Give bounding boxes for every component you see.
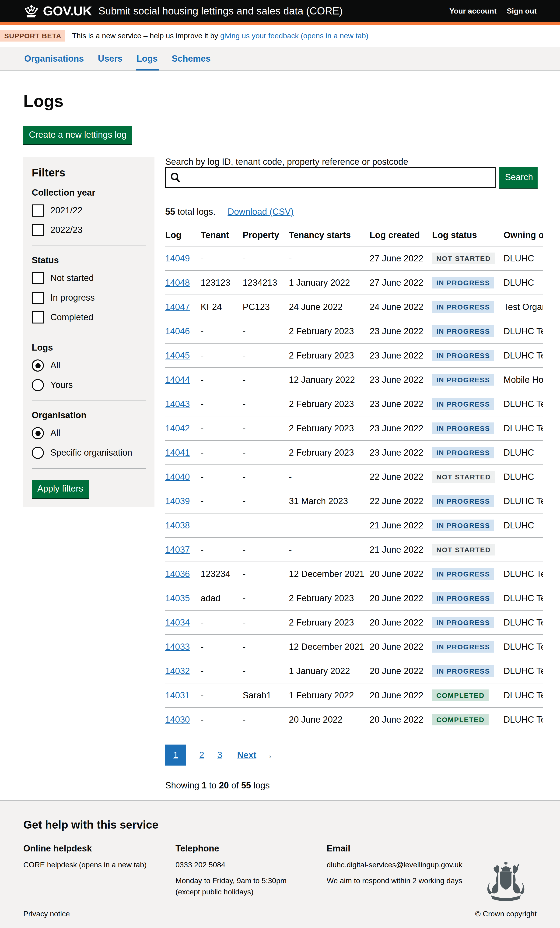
radio-button[interactable]	[32, 359, 44, 372]
log-id-link[interactable]: 14047	[165, 302, 190, 311]
checkbox-option-not-started: Not started	[32, 272, 146, 284]
log-id-link[interactable]: 14044	[165, 375, 190, 385]
cell-log: 14037	[165, 537, 201, 562]
radio-button[interactable]	[32, 447, 44, 459]
cell-log-status: IN PROGRESS	[432, 562, 504, 586]
feedback-link[interactable]: giving us your feedback (opens in a new …	[220, 32, 368, 40]
telephone-number: 0333 202 5084	[175, 859, 327, 871]
log-id-link[interactable]: 14033	[165, 642, 190, 652]
helpdesk-heading: Online helpdesk	[23, 844, 175, 854]
nav-item-schemes[interactable]: Schemes	[171, 47, 212, 70]
apply-filters-button[interactable]: Apply filters	[32, 480, 89, 498]
radio-button[interactable]	[32, 379, 44, 391]
log-id-link[interactable]: 14035	[165, 593, 190, 603]
radio-option-all: All	[32, 427, 146, 439]
radio-option-all: All	[32, 359, 146, 372]
your-account-link[interactable]: Your account	[449, 7, 496, 15]
table-row: 14034--2 February 202320 June 2022IN PRO…	[165, 611, 543, 635]
cell-property: -	[243, 659, 289, 683]
cell-log: 14041	[165, 440, 201, 465]
cell-log: 14045	[165, 343, 201, 368]
status-badge: IN PROGRESS	[432, 374, 494, 386]
footer-title: Get help with this service	[23, 818, 537, 831]
log-id-link[interactable]: 14031	[165, 690, 190, 700]
checkbox[interactable]	[32, 205, 44, 217]
email-link[interactable]: dluhc.digital-services@levellingup.gov.u…	[327, 861, 462, 869]
log-id-link[interactable]: 14039	[165, 496, 190, 506]
filter-group-label: Logs	[32, 343, 146, 353]
column-header-log: Log	[165, 226, 201, 246]
cell-owning-org: DLUHC Tes	[504, 635, 543, 659]
footer: Get help with this service Online helpde…	[0, 800, 560, 928]
cell-tenancy-starts: 1 January 2022	[289, 659, 369, 683]
cell-log-created: 20 June 2022	[369, 683, 432, 707]
log-id-link[interactable]: 14041	[165, 447, 190, 457]
nav-item-organisations[interactable]: Organisations	[23, 47, 85, 70]
nav-item-logs[interactable]: Logs	[136, 47, 159, 70]
cell-log-created: 20 June 2022	[369, 707, 432, 731]
results-column: Search by log ID, tenant code, property …	[165, 157, 543, 800]
cell-log-status: IN PROGRESS	[432, 368, 504, 392]
checkbox[interactable]	[32, 311, 44, 324]
pagination-current-page[interactable]: 1	[165, 745, 186, 766]
nav-item-users[interactable]: Users	[97, 47, 124, 70]
cell-owning-org: DLUHC Tes	[504, 343, 543, 368]
pagination-next-link[interactable]: Next	[237, 750, 256, 760]
cell-log-created: 23 June 2022	[369, 319, 432, 343]
log-id-link[interactable]: 14038	[165, 520, 190, 530]
cell-property: -	[243, 586, 289, 611]
download-csv-link[interactable]: Download (CSV)	[228, 207, 294, 217]
cell-log-created: 23 June 2022	[369, 343, 432, 368]
log-id-link[interactable]: 14030	[165, 714, 190, 724]
log-id-link[interactable]: 14040	[165, 472, 190, 481]
log-id-link[interactable]: 14046	[165, 326, 190, 336]
log-id-link[interactable]: 14037	[165, 545, 190, 554]
log-id-link[interactable]: 14049	[165, 253, 190, 263]
filters-panel: Filters Collection year2021/222022/23Sta…	[23, 157, 154, 507]
search-input[interactable]	[165, 167, 496, 188]
cell-log: 14034	[165, 611, 201, 635]
checkbox[interactable]	[32, 272, 44, 284]
log-id-link[interactable]: 14034	[165, 617, 190, 627]
column-header-log-created: Log created	[369, 226, 432, 246]
filter-divider	[32, 400, 146, 401]
cell-tenant: -	[201, 489, 243, 513]
table-row: 14044--12 January 202223 June 2022IN PRO…	[165, 368, 543, 392]
cell-tenancy-starts: 2 February 2023	[289, 611, 369, 635]
log-id-link[interactable]: 14048	[165, 278, 190, 287]
cell-owning-org: DLUHC Tes	[504, 707, 543, 731]
cell-log-created: 22 June 2022	[369, 489, 432, 513]
sign-out-link[interactable]: Sign out	[507, 7, 537, 15]
log-id-link[interactable]: 14042	[165, 423, 190, 433]
phase-banner-text: This is a new service – help us improve …	[72, 32, 368, 40]
status-badge: IN PROGRESS	[432, 617, 494, 628]
log-id-link[interactable]: 14043	[165, 399, 190, 409]
pagination-page-3[interactable]: 3	[217, 750, 222, 760]
radio-button[interactable]	[32, 427, 44, 439]
checkbox[interactable]	[32, 292, 44, 304]
cell-property: -	[243, 562, 289, 586]
checkbox[interactable]	[32, 224, 44, 236]
cell-tenant: adad	[201, 586, 243, 611]
log-id-link[interactable]: 14032	[165, 666, 190, 676]
log-id-link[interactable]: 14045	[165, 350, 190, 360]
govuk-logo[interactable]: GOV.UK	[23, 3, 92, 18]
filter-divider	[32, 468, 146, 469]
core-helpdesk-link[interactable]: CORE helpdesk (opens in a new tab)	[23, 861, 146, 869]
cell-property: -	[243, 246, 289, 270]
cell-property: -	[243, 319, 289, 343]
crown-copyright-link[interactable]: © Crown copyright	[475, 910, 537, 918]
cell-tenant: -	[201, 319, 243, 343]
cell-tenant: -	[201, 659, 243, 683]
table-row: 14035adad-2 February 202320 June 2022IN …	[165, 586, 543, 611]
checkbox-option-in-progress: In progress	[32, 292, 146, 304]
create-lettings-log-button[interactable]: Create a new lettings log	[23, 126, 132, 144]
cell-owning-org: DLUHC Tes	[504, 489, 543, 513]
service-name[interactable]: Submit social housing lettings and sales…	[98, 5, 343, 17]
cell-log: 14039	[165, 489, 201, 513]
table-header-row: LogTenantPropertyTenancy startsLog creat…	[165, 226, 543, 246]
search-button[interactable]: Search	[499, 167, 538, 188]
privacy-notice-link[interactable]: Privacy notice	[23, 910, 70, 918]
log-id-link[interactable]: 14036	[165, 569, 190, 578]
pagination-page-2[interactable]: 2	[199, 750, 204, 760]
